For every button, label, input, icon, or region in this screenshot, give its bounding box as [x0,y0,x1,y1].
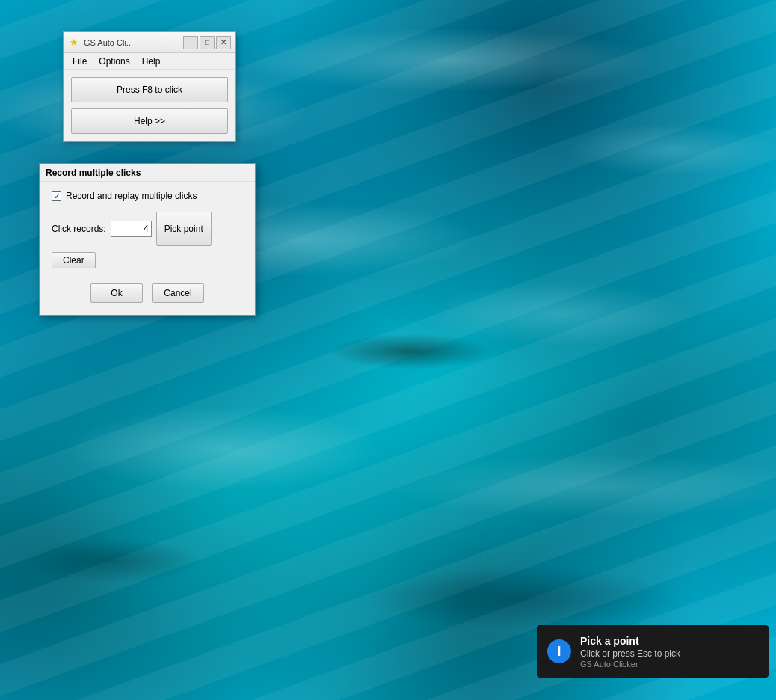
dialog-title: Record multiple clicks [46,168,141,178]
title-bar-text: GS Auto Cli... [84,38,183,47]
menu-options[interactable]: Options [93,55,135,68]
menu-file[interactable]: File [67,55,93,68]
menu-bar: File Options Help [64,53,235,70]
maximize-button[interactable]: □ [200,36,215,49]
app-content: Press F8 to click Help >> [64,70,235,141]
dialog-buttons: Ok Cancel [52,283,243,303]
dialog-content: Record and replay multiple clicks Click … [40,182,255,315]
record-clicks-dialog: Record multiple clicks Record and replay… [39,163,256,316]
title-bar-controls: — □ ✕ [183,36,231,49]
title-bar: ★ GS Auto Cli... — □ ✕ [64,32,235,53]
click-records-row: Click records: Pick point [52,212,243,246]
menu-help[interactable]: Help [136,55,167,68]
toast-app-name: GS Auto Clicker [580,660,758,669]
help-button[interactable]: Help >> [71,108,228,134]
click-records-input[interactable] [111,221,152,237]
app-icon: ★ [68,37,80,49]
toast-content: Pick a point Click or press Esc to pick … [580,635,758,669]
close-button[interactable]: ✕ [216,36,231,49]
clear-button[interactable]: Clear [52,252,96,268]
record-replay-checkbox[interactable] [52,191,61,201]
app-window: ★ GS Auto Cli... — □ ✕ File Options Help… [63,31,236,142]
toast-title: Pick a point [580,635,758,647]
click-records-label: Click records: [52,224,106,234]
dialog-title-bar: Record multiple clicks [40,164,255,182]
pick-point-button[interactable]: Pick point [156,212,212,246]
minimize-button[interactable]: — [183,36,198,49]
cancel-button[interactable]: Cancel [152,283,204,303]
ok-button[interactable]: Ok [90,283,143,303]
toast-notification: i Pick a point Click or press Esc to pic… [537,625,769,678]
checkbox-row: Record and replay multiple clicks [52,191,243,201]
press-f8-button[interactable]: Press F8 to click [71,77,228,102]
checkbox-label: Record and replay multiple clicks [66,191,197,201]
toast-subtitle: Click or press Esc to pick [580,648,758,659]
toast-info-icon: i [547,639,571,663]
